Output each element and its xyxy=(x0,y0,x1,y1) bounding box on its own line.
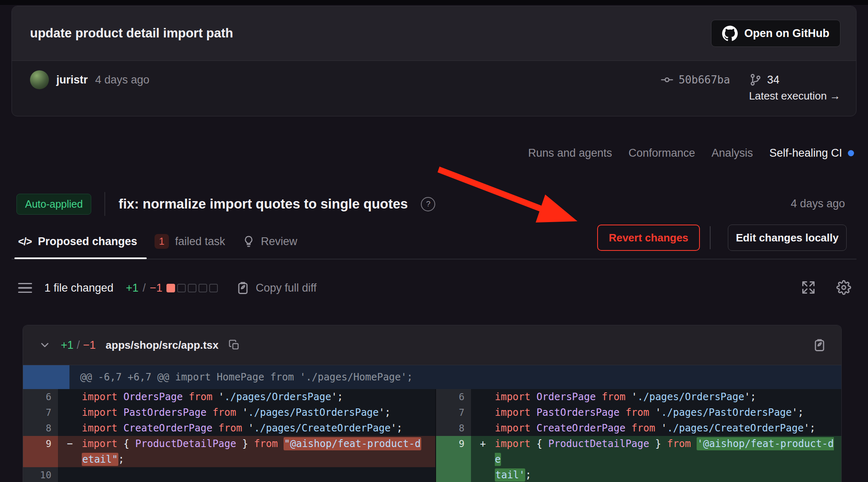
author-name: juristr xyxy=(56,74,88,86)
tab-bar: </> Proposed changes 1 failed task Revie… xyxy=(18,225,297,257)
diff-panel-right: 6import OrdersPage from './pages/OrdersP… xyxy=(435,389,841,482)
branch-number: 34 xyxy=(767,74,779,86)
line-number: 7 xyxy=(436,405,471,420)
diff-line: 9+import { ProductDetailPage } from '@ai… xyxy=(436,436,841,482)
arrow-right-icon: → xyxy=(830,90,840,102)
latest-execution-link[interactable]: Latest execution → xyxy=(749,90,840,102)
diff-line: 7import PastOrdersPage from './pages/Pas… xyxy=(23,405,435,420)
diff-marker xyxy=(58,389,82,405)
code-text xyxy=(82,467,435,482)
gear-icon[interactable] xyxy=(836,280,851,295)
line-number: 8 xyxy=(436,420,471,436)
file-diffstat: +1 / −1 xyxy=(61,339,96,352)
files-changed-label: 1 file changed xyxy=(44,282,113,294)
diff-marker: + xyxy=(471,436,495,482)
file-list-menu-icon[interactable] xyxy=(18,283,32,293)
author-row: juristr 4 days ago xyxy=(30,70,150,90)
code-text: import CreateOrderPage from './pages/Cre… xyxy=(82,420,435,436)
line-number: 6 xyxy=(23,389,58,405)
branch-chip[interactable]: 34 xyxy=(749,71,840,89)
revert-changes-button[interactable]: Revert changes xyxy=(597,225,700,251)
diff-toolbar-icons xyxy=(801,280,851,295)
diff-marker xyxy=(58,405,82,420)
copy-file-diff-icon[interactable] xyxy=(813,338,826,352)
code-text: import { ProductDetailPage } from '@aish… xyxy=(495,436,841,482)
notification-dot xyxy=(848,150,854,156)
latest-execution-label: Latest execution xyxy=(749,90,826,102)
tab-failed-task[interactable]: 1 failed task xyxy=(155,234,225,249)
file-diffstat-separator: / xyxy=(77,339,80,352)
diffstat-block xyxy=(188,284,196,292)
copy-full-diff-button[interactable]: Copy full diff xyxy=(236,281,316,295)
hunk-gutter-block xyxy=(23,365,69,389)
code-text: import { ProductDetailPage } from "@aish… xyxy=(82,436,435,467)
diffstat-block xyxy=(199,284,207,292)
open-on-github-button[interactable]: Open on GitHub xyxy=(711,20,840,47)
execution-block: 34 Latest execution → xyxy=(749,71,840,102)
diffstat-separator: / xyxy=(143,282,146,294)
diff-marker: − xyxy=(58,436,82,467)
tab-review[interactable]: Review xyxy=(242,235,298,248)
commit-card: update product detail import path Open o… xyxy=(12,6,856,116)
diff-line: 9−import { ProductDetailPage } from "@ai… xyxy=(23,436,435,467)
diffstat-block xyxy=(166,284,175,292)
commit-hash: 50b667ba xyxy=(679,74,730,86)
deletions-count: −1 xyxy=(150,282,162,294)
auto-applied-badge: Auto-applied xyxy=(16,194,91,215)
tab-review-label: Review xyxy=(261,235,298,248)
code-icon: </> xyxy=(18,236,32,248)
commit-card-header: update product detail import path Open o… xyxy=(12,6,856,61)
code-text: import CreateOrderPage from './pages/Cre… xyxy=(495,420,841,436)
commit-time: 4 days ago xyxy=(95,74,150,86)
chevron-down-icon[interactable] xyxy=(39,339,51,351)
code-text: import OrdersPage from './pages/OrdersPa… xyxy=(82,389,435,405)
commit-meta: 50b667ba 34 Latest execution → xyxy=(660,71,840,102)
lightbulb-icon xyxy=(242,235,255,248)
diffstat-blocks xyxy=(166,284,218,292)
branch-icon xyxy=(749,73,762,86)
nav-item-runs-and-agents[interactable]: Runs and agents xyxy=(528,147,612,160)
nav-item-conformance[interactable]: Conformance xyxy=(628,147,695,160)
file-additions: +1 xyxy=(61,339,74,352)
commit-hash-chip[interactable]: 50b667ba xyxy=(660,71,730,89)
line-number: 8 xyxy=(23,420,58,436)
fullscreen-icon[interactable] xyxy=(801,280,816,295)
diff-line: 8import CreateOrderPage from './pages/Cr… xyxy=(436,420,841,436)
github-icon xyxy=(722,25,738,41)
file-diff-header: +1 / −1 apps/shop/src/app.tsx xyxy=(23,325,841,365)
code-text: import OrdersPage from './pages/OrdersPa… xyxy=(495,389,841,405)
diff-marker xyxy=(471,389,495,405)
diffstat-block xyxy=(177,284,186,292)
line-number: 9 xyxy=(436,436,471,482)
diff-marker xyxy=(58,420,82,436)
diff-marker xyxy=(471,420,495,436)
additions-count: +1 xyxy=(126,282,139,294)
page: update product detail import path Open o… xyxy=(0,0,868,482)
line-number: 7 xyxy=(23,405,58,420)
code-text: import PastOrdersPage from './pages/Past… xyxy=(495,405,841,420)
commit-icon xyxy=(660,73,674,86)
hunk-header-row: @@ -6,7 +6,7 @@ import HomePage from './… xyxy=(23,365,841,389)
failed-count-badge: 1 xyxy=(155,234,169,249)
file-name: apps/shop/src/app.tsx xyxy=(106,339,219,352)
tab-proposed-changes[interactable]: </> Proposed changes xyxy=(18,235,137,248)
open-on-github-label: Open on GitHub xyxy=(744,27,829,40)
copy-full-diff-label: Copy full diff xyxy=(256,282,316,294)
avatar[interactable] xyxy=(30,70,49,89)
code-text: import PastOrdersPage from './pages/Past… xyxy=(82,405,435,420)
nav-item-analysis[interactable]: Analysis xyxy=(711,147,753,160)
diff-panels: 6import OrdersPage from './pages/OrdersP… xyxy=(23,389,841,482)
diffstat: +1 / −1 xyxy=(126,282,218,294)
fix-time: 4 days ago xyxy=(791,197,845,210)
copy-path-icon[interactable] xyxy=(229,339,240,351)
help-icon[interactable]: ? xyxy=(421,197,435,211)
tab-failed-task-label: failed task xyxy=(175,235,225,248)
fix-header-row: Auto-applied fix: normalize import quote… xyxy=(16,192,435,216)
tab-proposed-changes-label: Proposed changes xyxy=(38,235,137,248)
diff-line: 6import OrdersPage from './pages/OrdersP… xyxy=(436,389,841,405)
edit-changes-locally-button[interactable]: Edit changes locally xyxy=(728,225,847,251)
line-number: 6 xyxy=(436,389,471,405)
nav-item-self-healing-ci[interactable]: Self-healing CI xyxy=(769,147,854,160)
file-deletions: −1 xyxy=(83,339,96,352)
divider xyxy=(710,226,711,249)
